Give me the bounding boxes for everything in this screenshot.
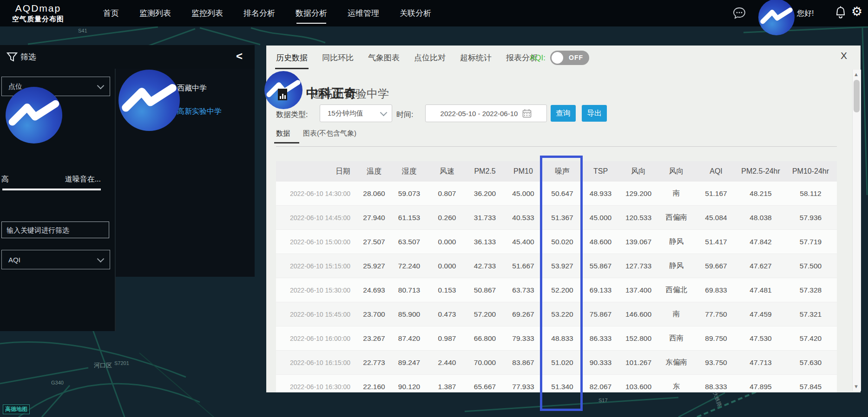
scroll-up-arrow[interactable]: ▲ [854, 72, 859, 77]
table-cell: 2022-06-10 15:00:00 [276, 230, 358, 254]
user-greeting: , 您好! [793, 0, 814, 26]
table-cell: 1.387 [428, 375, 466, 392]
table-cell: 87.420 [390, 326, 428, 350]
table-cell: 40.533 [504, 206, 543, 229]
table-cell: 47.842 [737, 230, 784, 254]
sidebar-collapse-button[interactable]: < [236, 50, 243, 63]
time-label: 时间: [396, 110, 413, 120]
aqi-toggle-switch[interactable]: OFF [550, 51, 589, 65]
table-row: 2022-06-10 14:45:0027.94061.1530.26031.7… [276, 206, 837, 230]
nav-item-2[interactable]: 监控列表 [191, 0, 223, 26]
toggle-knob [552, 52, 563, 64]
panel-tab-0[interactable]: 历史数据 [276, 46, 308, 71]
query-button[interactable]: 查询 [551, 105, 576, 122]
aqi-toggle-label: AQI: [530, 53, 546, 63]
table-header-cell: 日期 [276, 161, 358, 182]
table-cell: 137.400 [619, 278, 658, 302]
table-cell: 2022-06-10 16:00:00 [276, 326, 358, 350]
table-cell: 23.700 [358, 302, 390, 326]
watermark-text: 中科正奇 [306, 85, 356, 102]
nav-item-0[interactable]: 首页 [103, 0, 119, 26]
table-cell: 西偏北 [658, 278, 695, 302]
map-road-label-s17: S17 [598, 397, 608, 403]
table-header-cell: 风向 [619, 161, 658, 182]
table-cell: 57.500 [784, 254, 837, 278]
table-row: 2022-06-10 16:15:0022.77389.2472.44070.0… [276, 351, 837, 375]
point-type-select[interactable]: 点位 [1, 77, 110, 96]
table-row: 2022-06-10 16:30:0022.16090.1201.38765.6… [276, 375, 837, 392]
table-cell: 2022-06-10 15:45:00 [276, 302, 358, 326]
top-navigation-bar: AQDmap 空气质量分布图 首页监测列表监控列表排名分析数据分析运维管理关联分… [0, 0, 868, 26]
panel-tab-4[interactable]: 超标统计 [460, 46, 492, 71]
table-cell: 59.073 [390, 182, 428, 205]
table-cell: 27.507 [358, 230, 390, 254]
table-header-cell: PM2.5 [466, 161, 504, 182]
table-header-cell: 风向 [658, 161, 695, 182]
sidebar-filter-tab[interactable]: 高 道噪音在... [1, 175, 101, 189]
table-header-cell: PM10-24hr [784, 161, 837, 182]
station-list: 道西藏中学道高新实验中学 [116, 77, 255, 123]
table-cell: 88.333 [695, 375, 737, 392]
table-cell: 51.167 [695, 182, 737, 205]
table-cell: 50.020 [543, 230, 582, 254]
aqi-metric-select[interactable]: AQI [1, 250, 110, 269]
table-row: 2022-06-10 15:00:0027.50763.5070.00036.1… [276, 230, 837, 254]
scroll-down-arrow[interactable]: ▼ [854, 384, 859, 389]
table-cell: 0.000 [428, 230, 466, 254]
toggle-state-label: OFF [569, 51, 583, 65]
panel-scrollbar[interactable]: ▲ ▼ [852, 70, 861, 391]
panel-tab-1[interactable]: 同比环比 [322, 46, 354, 71]
notification-bell-icon[interactable] [834, 6, 847, 20]
table-cell: 2022-06-10 14:45:00 [276, 206, 358, 229]
table-cell: 51.667 [504, 254, 543, 278]
station-list-item-0[interactable]: 道西藏中学 [116, 77, 255, 100]
table-cell: 28.060 [358, 182, 390, 205]
table-cell: 65.667 [466, 375, 504, 392]
app-subtitle: 空气质量分布图 [12, 15, 64, 24]
chat-icon[interactable] [732, 7, 746, 20]
table-cell: 45.000 [582, 206, 619, 229]
map-district-label: 河口区 [94, 361, 112, 370]
table-cell: 146.600 [619, 302, 658, 326]
settings-gear-icon[interactable]: ⚙ [851, 6, 862, 18]
table-cell: 59.667 [695, 254, 737, 278]
table-cell: 2022-06-10 15:30:00 [276, 278, 358, 302]
data-type-select[interactable]: 15分钟均值 [320, 104, 392, 122]
nav-item-5[interactable]: 运维管理 [348, 0, 379, 26]
table-cell: 西偏南 [658, 206, 695, 229]
panel-tab-3[interactable]: 点位比对 [414, 46, 446, 71]
table-cell: 66.800 [466, 326, 504, 350]
data-table: 2022-06-10 14:30:0028.06059.0730.80736.2… [276, 182, 837, 392]
scrollbar-thumb[interactable] [854, 80, 860, 112]
filter-panel-header: 筛选 < [0, 45, 255, 69]
export-button[interactable]: 导出 [582, 105, 607, 122]
table-header-cell: PM2.5-24hr [737, 161, 784, 182]
station-list-item-1[interactable]: 道高新实验中学 [116, 100, 255, 123]
table-cell: 48.933 [582, 182, 619, 205]
table-cell: 静风 [658, 254, 695, 278]
nav-item-1[interactable]: 监测列表 [139, 0, 171, 26]
nav-item-4[interactable]: 数据分析 [296, 0, 327, 26]
keyword-filter-input[interactable] [1, 222, 109, 238]
table-cell: 77.933 [504, 375, 543, 392]
date-range-input[interactable]: 2022-05-10 - 2022-06-10 [425, 104, 547, 122]
table-cell: 36.133 [466, 230, 504, 254]
table-row: 2022-06-10 14:30:0028.06059.0730.80736.2… [276, 182, 837, 206]
table-row: 2022-06-10 15:15:0025.92772.2400.00042.7… [276, 254, 837, 278]
table-cell: 90.333 [582, 351, 619, 374]
table-cell: 101.267 [619, 351, 658, 374]
close-panel-button[interactable]: X [841, 50, 847, 61]
table-cell: 22.773 [358, 351, 390, 374]
subtab-0[interactable]: 数据 [276, 129, 290, 143]
nav-item-6[interactable]: 关联分析 [400, 0, 431, 26]
nav-item-3[interactable]: 排名分析 [243, 0, 275, 26]
filter-funnel-icon [7, 52, 18, 62]
table-cell: 139.067 [619, 230, 658, 254]
subtab-1[interactable]: 图表(不包含气象) [303, 129, 356, 143]
data-type-value: 15分钟均值 [328, 109, 363, 118]
panel-tab-2[interactable]: 气象图表 [368, 46, 400, 71]
table-cell: 24.693 [358, 278, 390, 302]
table-cell: 47.713 [737, 351, 784, 374]
table-cell: 静风 [658, 230, 695, 254]
table-cell: 50.867 [466, 278, 504, 302]
